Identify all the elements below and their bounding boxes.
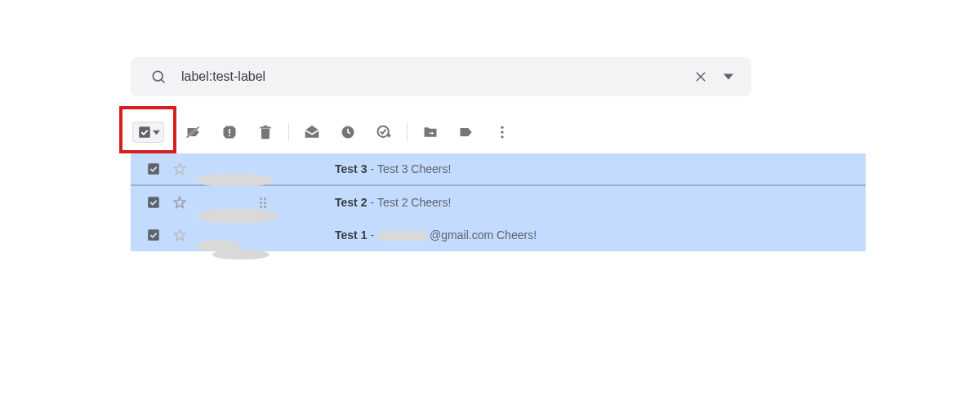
- star-icon[interactable]: [170, 228, 189, 242]
- svg-point-0: [153, 71, 163, 81]
- svg-point-16: [501, 131, 503, 133]
- svg-point-17: [501, 135, 503, 138]
- row-checkbox[interactable]: [144, 195, 163, 210]
- star-icon[interactable]: [170, 195, 189, 210]
- more-icon[interactable]: [484, 114, 520, 150]
- drag-handle-icon[interactable]: [260, 196, 268, 209]
- search-options-dropdown-icon[interactable]: [717, 65, 740, 88]
- email-row[interactable]: Test 3 - Test 3 Cheers!: [131, 153, 866, 186]
- snooze-icon[interactable]: [330, 114, 366, 150]
- svg-point-15: [501, 126, 503, 129]
- mark-as-read-icon[interactable]: [294, 114, 330, 150]
- add-to-tasks-icon[interactable]: [366, 114, 402, 150]
- move-to-icon[interactable]: [412, 114, 448, 150]
- clear-search-icon[interactable]: [689, 65, 712, 88]
- search-icon[interactable]: [147, 65, 170, 88]
- svg-rect-9: [260, 126, 270, 128]
- subject-snippet: Test 1 - @gmail.com Cheers!: [335, 228, 537, 242]
- svg-rect-7: [229, 129, 230, 134]
- row-checkbox[interactable]: [144, 228, 163, 242]
- svg-rect-4: [139, 126, 150, 138]
- svg-rect-10: [264, 126, 268, 127]
- subject: Test 2: [335, 196, 367, 209]
- email-row[interactable]: Test 2 - Test 2 Cheers!: [131, 186, 866, 219]
- svg-rect-20: [148, 229, 159, 241]
- email-list: Test 3 - Test 3 Cheers!: [131, 153, 866, 251]
- report-spam-icon[interactable]: [212, 114, 247, 150]
- delete-icon[interactable]: [247, 114, 283, 150]
- remove-label-icon[interactable]: [176, 114, 212, 150]
- redacted-text: [377, 231, 428, 241]
- star-icon[interactable]: [170, 162, 189, 176]
- svg-rect-18: [148, 163, 159, 175]
- svg-rect-8: [229, 135, 230, 136]
- labels-icon[interactable]: [448, 114, 484, 150]
- svg-line-1: [162, 80, 165, 83]
- subject: Test 3: [335, 162, 367, 175]
- subject-snippet: Test 2 - Test 2 Cheers!: [335, 196, 451, 209]
- search-bar[interactable]: label:test-label: [131, 57, 751, 96]
- toolbar-separator: [288, 123, 289, 141]
- snippet: Test 2 Cheers!: [377, 196, 451, 209]
- row-checkbox[interactable]: [144, 162, 163, 176]
- toolbar-separator: [407, 123, 408, 141]
- svg-rect-19: [148, 197, 159, 208]
- select-all-checkbox[interactable]: [132, 122, 164, 143]
- snippet: Test 3 Cheers!: [377, 162, 451, 175]
- email-row[interactable]: Test 1 - @gmail.com Cheers!: [131, 219, 866, 251]
- subject-snippet: Test 3 - Test 3 Cheers!: [335, 162, 451, 175]
- action-toolbar: [131, 111, 866, 153]
- subject: Test 1: [335, 228, 367, 242]
- snippet: @gmail.com Cheers!: [377, 228, 537, 242]
- search-input[interactable]: label:test-label: [181, 69, 684, 84]
